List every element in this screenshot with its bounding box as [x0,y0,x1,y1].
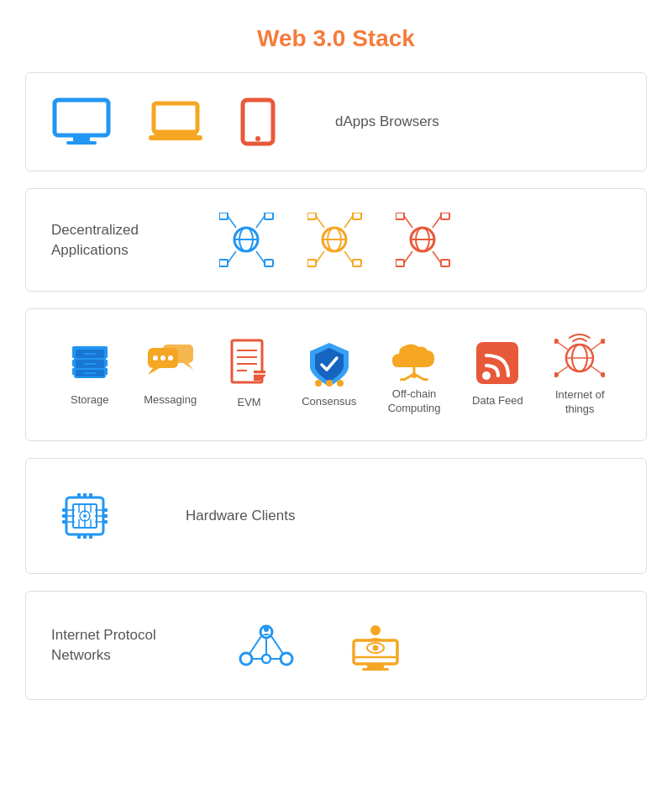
svg-line-27 [316,251,324,263]
svg-rect-128 [367,664,384,668]
svg-line-34 [404,216,412,228]
svg-rect-11 [219,213,228,219]
messaging-label: Messaging [144,393,197,408]
svg-rect-2 [66,141,97,145]
svg-rect-75 [476,342,518,384]
consensus-icon [305,339,354,388]
iot-label: Internet ofthings [555,388,605,417]
svg-rect-39 [441,260,449,266]
iot-icon [554,333,605,382]
messaging-icon [146,341,195,387]
svg-rect-15 [219,260,228,266]
svg-rect-113 [89,534,92,539]
svg-point-58 [160,355,165,361]
svg-rect-50 [84,353,96,355]
hardware-icon [51,482,118,550]
offchain-icon [389,334,439,381]
svg-rect-109 [83,493,87,497]
decentralized-label: DecentralizedApplications [51,220,186,261]
svg-line-12 [228,216,236,228]
svg-point-57 [153,355,158,361]
svg-rect-106 [103,514,108,518]
svg-rect-52 [84,372,96,374]
offchain-item: Off-chainComputing [388,334,441,416]
decentralized-applications-card: DecentralizedApplications [25,188,647,292]
svg-point-67 [326,380,333,387]
svg-point-119 [262,655,270,663]
page-title: Web 3.0 Stack [25,17,647,52]
network-icon-orange [307,213,362,267]
svg-rect-0 [55,100,108,135]
iot-item: Internet ofthings [554,333,605,417]
protocol-networks-card: Internet ProtocolNetworks [25,591,647,700]
storage-icon [67,341,113,387]
svg-line-36 [433,216,441,228]
desktop-icon [51,97,112,147]
svg-marker-56 [183,363,193,370]
svg-point-59 [168,355,173,361]
tablet-icon [239,97,276,147]
svg-rect-17 [265,260,273,266]
svg-marker-54 [148,368,160,375]
svg-rect-108 [77,493,81,497]
svg-rect-24 [353,213,361,219]
svg-rect-3 [154,103,197,132]
storage-label: Storage [71,393,109,408]
svg-point-7 [255,136,260,141]
svg-rect-103 [62,514,66,518]
svg-line-25 [344,216,353,228]
svg-rect-22 [307,213,316,219]
protocol-label: Internet ProtocolNetworks [51,625,186,666]
svg-point-68 [337,380,344,387]
consensus-item: Consensus [302,339,356,409]
svg-point-76 [482,371,491,380]
services-card: Storage Messaging [25,308,647,441]
svg-line-23 [316,216,324,228]
svg-rect-55 [163,345,193,363]
svg-line-14 [256,216,265,228]
svg-rect-129 [362,668,389,671]
protocol-monitor-icon [347,615,407,676]
svg-point-125 [264,627,269,632]
laptop-icon [145,97,206,147]
datafeed-icon [475,340,520,387]
svg-rect-105 [103,508,108,512]
svg-point-118 [281,653,292,665]
svg-rect-4 [154,130,197,135]
svg-rect-104 [62,520,66,524]
svg-rect-1 [73,135,90,141]
svg-rect-28 [353,260,361,266]
svg-point-115 [83,514,87,518]
svg-rect-13 [265,213,273,219]
svg-rect-110 [89,493,92,497]
svg-point-131 [373,645,379,650]
svg-rect-37 [396,260,404,266]
svg-rect-102 [62,508,66,512]
svg-point-132 [370,625,381,635]
svg-rect-51 [84,363,96,365]
datafeed-label: Data Feed [472,394,523,408]
svg-line-121 [271,636,283,654]
offchain-label: Off-chainComputing [388,387,441,416]
svg-line-40 [433,251,441,263]
evm-item: EVM [228,339,270,410]
evm-icon [228,339,270,389]
svg-line-120 [249,636,261,654]
svg-line-16 [228,251,236,263]
svg-point-66 [315,380,322,387]
consensus-label: Consensus [302,395,356,409]
dapps-browsers-card: dApps Browsers [25,72,647,171]
hardware-clients-card: Hardware Clients [25,458,647,574]
protocol-network-icon [236,615,297,676]
hardware-clients-label: Hardware Clients [186,506,320,526]
svg-rect-5 [149,135,202,140]
svg-rect-26 [307,260,316,266]
evm-label: EVM [238,396,261,410]
svg-rect-35 [441,213,449,219]
network-icon-blue [219,213,274,267]
svg-line-18 [256,251,265,263]
svg-point-74 [412,373,417,378]
svg-line-29 [344,251,353,263]
storage-item: Storage [67,341,113,408]
svg-rect-107 [103,520,108,524]
